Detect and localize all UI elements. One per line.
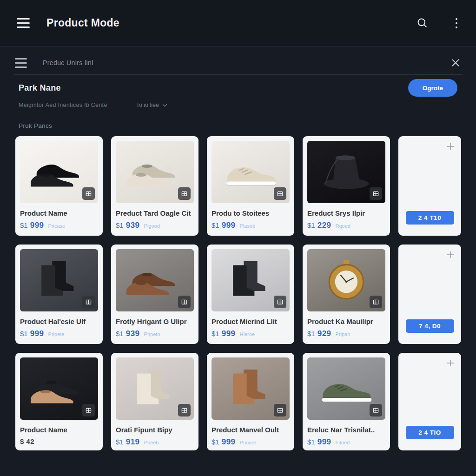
price-currency: $1 [20,221,28,229]
product-name: Orati Fipunt Bipy [116,426,194,434]
product-image [212,357,290,420]
chevron-down-icon [162,104,167,107]
app-bar: Product Mode [0,0,476,46]
product-image [116,141,194,203]
product-price: $1999Hieroe [212,329,290,338]
product-image [116,357,194,420]
price-value: 999 [222,221,236,230]
product-grid: Product Name$1999PricasePreduct Tard Oag… [15,136,476,459]
search-icon[interactable] [416,17,429,29]
overflow-menu-icon[interactable] [454,16,459,30]
product-image [20,249,98,311]
product-card[interactable]: Product Name$42 [15,353,103,450]
plus-icon[interactable] [446,358,455,370]
product-image [212,141,290,203]
product-price: $1999Pricase [20,221,98,230]
product-name: Ereduct Srys Ilpir [307,209,385,217]
product-price: $1999Prioare [212,437,290,447]
price-currency: $1 [20,330,28,337]
grid-icon[interactable] [274,404,286,416]
plus-icon[interactable] [446,142,455,153]
price-label: Pricase [48,223,66,229]
grid-icon[interactable] [370,187,382,200]
page-title: Park Nane [19,83,61,93]
product-card[interactable]: Product Mierind Llit$1999Hieroe [207,245,294,344]
product-price: $1999Plasob [212,221,290,230]
price-label: Phpeto [144,331,160,337]
product-price: $1229Rqoed [307,221,385,230]
price-value: 919 [126,437,140,447]
price-value: 999 [222,437,236,447]
add-card[interactable]: 2 4 TIO [398,353,461,450]
product-card[interactable]: Ereluc Nar Trisnilat..$1999Fitoed [303,353,390,450]
product-name: Product Name [20,209,98,217]
price-currency: $1 [116,438,124,446]
price-value: 999 [30,221,44,230]
panel-menu-icon[interactable] [15,58,27,68]
quantity-button[interactable]: 7 4, D0 [406,319,454,333]
grid-icon[interactable] [178,187,191,200]
grid-icon[interactable] [370,296,382,308]
price-value: 42 [26,437,34,445]
grid-icon[interactable] [274,296,286,308]
sort-label: To io liee [136,102,159,108]
create-button[interactable]: Ogrote [408,79,457,97]
product-image [307,141,385,203]
price-currency: $1 [116,330,124,337]
product-image [116,249,194,311]
price-currency: $1 [212,330,219,337]
product-card[interactable]: Produ to Stoitees$1999Plasob [207,136,294,236]
price-currency: $1 [307,438,315,446]
product-card[interactable]: Product Ka Mauilipr$1929Pripao [303,245,390,344]
product-name: Product Name [20,426,98,434]
section-label: Pruk Pancs [19,122,52,129]
price-currency: $ [20,437,24,445]
price-label: Pripete [48,331,65,337]
search-underline [14,74,463,75]
grid-icon[interactable] [274,187,286,200]
product-card[interactable]: Product Name$1999Pricase [15,136,103,236]
product-price: $1919Pheeb [116,437,194,447]
add-card[interactable]: 2 4 T10 [398,136,461,236]
price-value: 999 [222,329,236,338]
product-price: $1939Phpeto [116,329,194,338]
grid-icon[interactable] [82,187,95,200]
quantity-button[interactable]: 2 4 TIO [406,426,454,439]
product-image [307,249,385,311]
grid-icon[interactable] [370,404,382,416]
product-image [307,357,385,420]
product-price: $1999Fitoed [307,437,385,447]
sort-dropdown[interactable]: To io liee [136,102,167,108]
add-card[interactable]: 7 4, D0 [398,245,461,344]
product-card[interactable]: Orati Fipunt Bipy$1919Pheeb [111,353,198,450]
price-value: 229 [317,221,331,230]
meta-text: Meigmtor Aed Inentices Ib Cente [19,102,107,108]
grid-icon[interactable] [178,296,191,308]
grid-row: Product Name$1999PricasePreduct Tard Oag… [15,136,476,236]
product-card[interactable]: Frotly Hrigant G Ulipr$1939Phpeto [111,245,198,344]
grid-icon[interactable] [178,404,191,416]
plus-icon[interactable] [446,250,455,261]
grid-icon[interactable] [82,404,95,416]
product-price: $1929Pripao [307,329,385,338]
price-currency: $1 [212,438,219,446]
close-icon[interactable] [450,57,461,68]
price-label: Hieroe [240,331,255,337]
product-card[interactable]: Product Hal'esie Ulf$1999Pripete [15,245,103,344]
price-label: Rqoed [336,223,350,229]
product-card[interactable]: Ereduct Srys Ilpir$1229Rqoed [303,136,390,236]
price-label: Fitoed [336,440,350,445]
price-value: 939 [126,329,140,338]
product-image [20,357,98,420]
price-value: 999 [30,329,44,338]
menu-icon[interactable] [17,18,30,28]
quantity-button[interactable]: 2 4 T10 [406,211,454,225]
search-input[interactable]: Preduc Unirs linl [43,59,93,66]
price-label: Prioare [240,440,256,445]
grid-icon[interactable] [82,296,95,308]
product-card[interactable]: Preduct Manvel Oult$1999Prioare [207,353,294,450]
grid-row: Product Hal'esie Ulf$1999PripeteFrotly H… [15,245,476,344]
search-bar: Preduc Unirs linl [15,55,461,71]
product-card[interactable]: Preduct Tard Oagle Cit$1939Pigood [111,136,198,236]
product-name: Product Mierind Llit [212,317,290,325]
